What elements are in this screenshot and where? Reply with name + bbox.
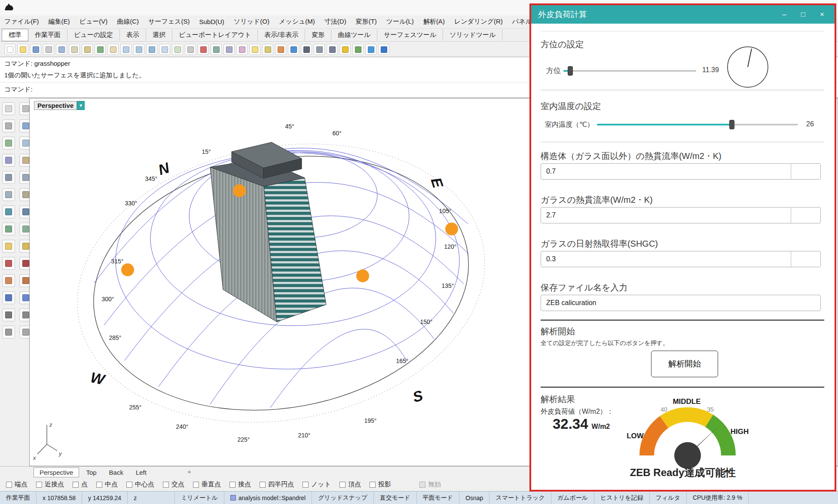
menu-item[interactable]: レンダリング(R) xyxy=(454,18,503,26)
osnap-checkbox-item[interactable]: 中点 xyxy=(96,480,118,489)
osnap-checkbox-item[interactable]: 投影 xyxy=(370,480,391,489)
toolbar-tab[interactable]: ビューの設定 xyxy=(67,29,120,41)
checkbox-icon[interactable] xyxy=(229,482,235,488)
view-tab[interactable]: Top xyxy=(80,468,102,477)
analysis-point[interactable] xyxy=(356,269,369,282)
layer-state-icon[interactable] xyxy=(236,44,248,55)
zoom-extents-icon[interactable] xyxy=(146,44,157,55)
lock-icon[interactable] xyxy=(262,44,273,55)
checkbox-icon[interactable] xyxy=(6,482,12,488)
status-smarttrack-toggle[interactable]: スマートトラック xyxy=(489,492,551,504)
join-icon[interactable] xyxy=(2,291,15,304)
light-icon[interactable] xyxy=(249,44,260,55)
osnap-checkbox-item[interactable]: 近接点 xyxy=(36,480,64,489)
input-spinner-area[interactable] xyxy=(791,251,821,267)
status-osnap-toggle[interactable]: Osnap xyxy=(459,492,489,504)
copy-icon[interactable] xyxy=(69,44,80,55)
undo-icon[interactable] xyxy=(95,44,106,55)
osnap-checkbox-item[interactable]: 端点 xyxy=(6,480,28,489)
maximize-button[interactable]: □ xyxy=(801,10,805,19)
circle-icon[interactable] xyxy=(2,137,15,150)
camera-icon[interactable] xyxy=(223,44,235,55)
menu-item[interactable]: ツール(L) xyxy=(386,18,414,26)
menu-item[interactable]: ビュー(V) xyxy=(80,18,108,26)
input-spinner-area[interactable] xyxy=(791,207,821,223)
polyline-icon[interactable] xyxy=(2,154,15,167)
save-icon[interactable] xyxy=(30,44,41,55)
menu-item[interactable]: ファイル(F) xyxy=(4,18,39,26)
toolbar-tab[interactable]: 作業平面 xyxy=(28,29,67,41)
menu-item[interactable]: 編集(E) xyxy=(49,18,70,26)
azimuth-slider[interactable] xyxy=(563,66,696,76)
menu-item[interactable]: 曲線(C) xyxy=(117,18,139,26)
paste-icon[interactable] xyxy=(82,44,93,55)
checkbox-icon[interactable] xyxy=(339,482,346,488)
point-icon[interactable] xyxy=(2,119,15,132)
u-glass-input[interactable] xyxy=(541,207,821,223)
azimuth-slider-handle[interactable] xyxy=(568,66,573,76)
xray-sphere-icon[interactable] xyxy=(327,44,338,55)
viewport-title-dropdown-icon[interactable]: ▼ xyxy=(77,101,85,110)
osnap-checkbox-item[interactable]: 垂直点 xyxy=(193,480,221,489)
menu-item[interactable]: ソリッド(O) xyxy=(234,18,269,26)
menu-item[interactable]: 寸法(D) xyxy=(324,18,346,26)
scale-icon[interactable] xyxy=(2,326,15,339)
checkbox-icon[interactable] xyxy=(36,482,42,488)
checkbox-icon[interactable] xyxy=(193,482,199,488)
view-tab[interactable]: Left xyxy=(130,468,152,477)
status-filter-toggle[interactable]: フィルタ xyxy=(650,492,687,504)
toolbar-tab[interactable]: 選択 xyxy=(146,29,172,41)
u-structure-input[interactable] xyxy=(541,163,821,180)
checkbox-icon[interactable] xyxy=(303,482,309,488)
toolbar-tab[interactable]: 表示 xyxy=(120,29,146,41)
osnap-checkbox-item[interactable]: 点 xyxy=(73,480,88,489)
toolbar-tab[interactable]: 曲線ツール xyxy=(331,29,377,41)
minimize-button[interactable]: – xyxy=(782,10,786,19)
status-ortho-toggle[interactable]: 直交モード xyxy=(374,492,417,504)
toolbar-tab[interactable]: ソリッドツール xyxy=(443,29,502,41)
checkbox-icon[interactable] xyxy=(96,482,102,488)
checkbox-icon[interactable] xyxy=(419,482,425,488)
panel-title-bar[interactable]: 外皮負荷計算 – □ × xyxy=(531,5,835,24)
material-icon[interactable] xyxy=(275,44,286,55)
osnap-checkbox-item[interactable]: 四半円点 xyxy=(260,480,294,489)
cut-icon[interactable] xyxy=(56,44,67,55)
checkbox-icon[interactable] xyxy=(126,482,132,488)
gear-icon[interactable] xyxy=(339,44,351,55)
menu-item[interactable]: SubD(U) xyxy=(199,18,224,25)
status-units[interactable]: ミリメートル xyxy=(175,492,224,504)
ghosted-sphere-icon[interactable] xyxy=(314,44,325,55)
new-file-icon[interactable] xyxy=(4,44,15,55)
osnap-checkbox-item[interactable]: ノット xyxy=(303,480,331,489)
toolbar-tab[interactable]: 表示/非表示 xyxy=(258,29,305,41)
view-tab[interactable]: Perspective xyxy=(34,467,79,477)
zoom-icon[interactable] xyxy=(120,44,132,55)
status-cplane[interactable]: 作業平面 xyxy=(0,492,37,504)
input-spinner-area[interactable] xyxy=(791,163,821,180)
toolbar-tab[interactable]: 標準 xyxy=(2,29,28,41)
add-view-tab-icon[interactable]: + xyxy=(185,468,194,475)
osnap-checkbox-item[interactable]: 頂点 xyxy=(339,480,361,489)
analysis-point[interactable] xyxy=(233,184,246,197)
room-temp-slider-handle[interactable] xyxy=(729,120,734,129)
trim-icon[interactable] xyxy=(2,274,15,287)
checkbox-icon[interactable] xyxy=(370,482,376,488)
vehicle-icon[interactable] xyxy=(198,44,209,55)
rotate-view-icon[interactable] xyxy=(172,44,183,55)
grid-icon[interactable] xyxy=(185,44,196,55)
status-gumball-toggle[interactable]: ガムボール xyxy=(551,492,594,504)
status-record-history-toggle[interactable]: ヒストリを記録 xyxy=(594,492,650,504)
toolbar-tab[interactable]: 変形 xyxy=(305,29,331,41)
osnap-disable-item[interactable]: 無効 xyxy=(419,480,441,489)
osnap-checkbox-item[interactable]: 交点 xyxy=(163,480,184,489)
earth-icon[interactable] xyxy=(365,44,376,55)
move-icon[interactable] xyxy=(2,309,15,321)
shaded-sphere-icon[interactable] xyxy=(301,44,312,55)
fillet-icon[interactable] xyxy=(2,240,15,253)
close-button[interactable]: × xyxy=(820,10,824,19)
menu-item[interactable]: 変形(T) xyxy=(356,18,377,26)
menu-item[interactable]: 解析(A) xyxy=(423,18,445,26)
gumball-icon[interactable] xyxy=(352,44,364,55)
box-icon[interactable] xyxy=(2,171,15,184)
print-icon[interactable] xyxy=(43,44,54,55)
